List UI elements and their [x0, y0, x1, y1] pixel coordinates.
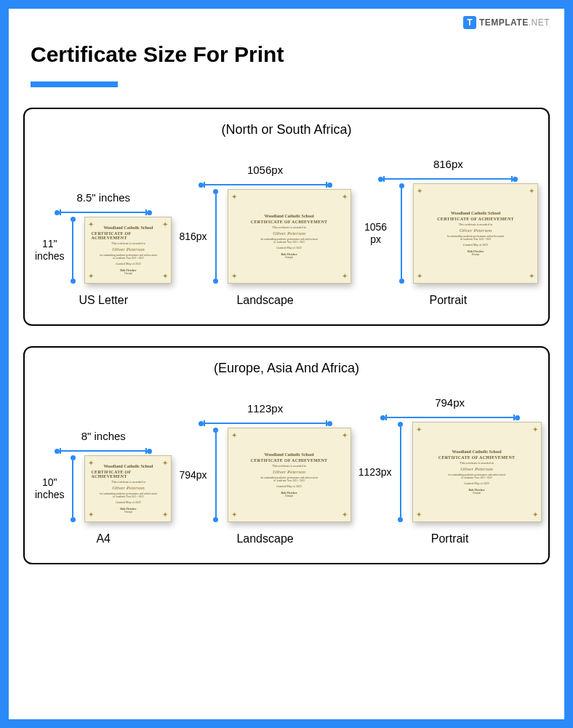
- cert-date: Granted May of 2022: [276, 484, 302, 488]
- cert-name: Oliver Peterson: [460, 228, 492, 233]
- cert-name: Oliver Peterson: [112, 247, 145, 252]
- ornament-icon: ✦: [417, 272, 422, 280]
- ornament-icon: ✦: [342, 272, 348, 280]
- ornament-icon: ✦: [231, 272, 237, 280]
- size-item: 794px 1123px ✦✦✦✦ Woodland Catholic Scho…: [358, 396, 542, 545]
- cert-heading: CERTIFICATE OF ACHIEVEMENT: [91, 470, 165, 479]
- region-panel: (Europe, Asia And Africa) 8" inches 10"i…: [23, 346, 550, 564]
- ornament-icon: ✦: [532, 511, 538, 519]
- size-caption: Portrait: [430, 294, 468, 307]
- size-caption: US Letter: [79, 294, 128, 307]
- dimension-bracket-vertical: [68, 217, 77, 284]
- certificate-preview: ✦✦✦✦ Woodland Catholic School CERTIFICAT…: [84, 217, 172, 284]
- cert-sub: This certificate is awarded to: [272, 464, 305, 468]
- ornament-icon: ✦: [532, 425, 538, 433]
- cert-sigrole: Principal: [124, 272, 132, 275]
- cert-sigrole: Principal: [472, 253, 480, 256]
- ornament-icon: ✦: [416, 511, 422, 519]
- ornament-icon: ✦: [162, 511, 168, 519]
- dimension-bracket-vertical: [212, 189, 220, 284]
- ornament-icon: ✦: [231, 431, 237, 439]
- cert-name: Oliver Peterson: [112, 485, 145, 491]
- title-underline: [31, 81, 118, 87]
- size-item: 1056px 816px ✦✦✦✦ Woodland Catholic Scho…: [179, 164, 350, 307]
- size-item: 8.5" inches 11"inches ✦✦✦✦ Woodland Cath…: [35, 191, 172, 307]
- cert-school: Woodland Catholic School: [103, 225, 153, 230]
- dimension-width-label: 8" inches: [81, 430, 126, 442]
- size-item: 8" inches 10"inches ✦✦✦✦ Woodland Cathol…: [35, 430, 172, 545]
- dimension-width-label: 794px: [435, 396, 465, 409]
- dimension-width-label: 816px: [433, 158, 463, 170]
- certificate-preview: ✦✦✦✦ Woodland Catholic School CERTIFICAT…: [228, 428, 351, 522]
- cert-school: Woodland Catholic School: [451, 211, 500, 215]
- size-caption: A4: [96, 532, 111, 545]
- dimension-bracket-vertical: [396, 422, 405, 522]
- cert-name: Oliver Peterson: [273, 469, 305, 475]
- ornament-icon: ✦: [529, 187, 534, 195]
- dimension-height-label: 1123px: [358, 466, 392, 479]
- ornament-icon: ✦: [231, 193, 237, 201]
- certificate-preview: ✦✦✦✦ Woodland Catholic School CERTIFICAT…: [228, 189, 351, 284]
- size-caption: Landscape: [236, 294, 293, 307]
- cert-body: for outstanding academic performance and…: [260, 238, 317, 244]
- dimension-bracket-horizontal: [380, 413, 520, 422]
- ornament-icon: ✦: [416, 425, 422, 433]
- dimension-height-label: 10"inches: [35, 476, 64, 501]
- brand-logo: T TEMPLATE.NET: [463, 16, 550, 29]
- cert-sub: This certificate is awarded to: [272, 225, 305, 229]
- brand-name: TEMPLATE: [479, 17, 529, 28]
- ornament-icon: ✦: [342, 431, 348, 439]
- ornament-icon: ✦: [88, 272, 94, 280]
- dimension-height-label: 816px: [179, 231, 207, 243]
- size-row: 8" inches 10"inches ✦✦✦✦ Woodland Cathol…: [35, 396, 538, 545]
- ornament-icon: ✦: [162, 272, 168, 280]
- dimension-width-label: 1123px: [247, 402, 283, 415]
- cert-school: Woodland Catholic School: [265, 214, 314, 218]
- ornament-icon: ✦: [88, 459, 94, 467]
- dimension-bracket-horizontal: [55, 447, 152, 455]
- ornament-icon: ✦: [162, 220, 168, 228]
- ornament-icon: ✦: [529, 272, 534, 280]
- cert-heading: CERTIFICATE OF ACHIEVEMENT: [91, 231, 165, 240]
- ornament-icon: ✦: [88, 511, 94, 519]
- region-title: (North or South Africa): [35, 122, 538, 137]
- size-caption: Portrait: [431, 532, 469, 545]
- cert-body: for outstanding academic performance and…: [260, 476, 317, 482]
- cert-sigrole: Principal: [124, 511, 132, 513]
- page-frame: T TEMPLATE.NET Certificate Size For Prin…: [0, 0, 573, 728]
- cert-body: for outstanding academic performance and…: [448, 473, 505, 479]
- cert-school: Woodland Catholic School: [103, 464, 153, 468]
- ornament-icon: ✦: [162, 459, 168, 467]
- cert-sub: This certificate is awarded to: [111, 480, 145, 484]
- cert-date: Granted May of 2022: [463, 243, 489, 247]
- cert-sub: This certificate is awarded to: [460, 461, 493, 465]
- dimension-bracket-horizontal: [55, 208, 152, 217]
- dimension-width-label: 1056px: [247, 164, 283, 176]
- dimension-bracket-vertical: [398, 183, 406, 284]
- size-caption: Landscape: [236, 532, 293, 545]
- cert-body: for outstanding academic performance and…: [100, 254, 156, 260]
- ornament-icon: ✦: [342, 193, 348, 201]
- size-item: 816px 1056 px ✦✦✦✦ Woodland Catholic Sch…: [358, 158, 538, 307]
- cert-heading: CERTIFICATE OF ACHIEVEMENT: [437, 217, 514, 221]
- brand-icon: T: [463, 16, 476, 29]
- cert-sigrole: Principal: [285, 495, 293, 497]
- certificate-preview: ✦✦✦✦ Woodland Catholic School CERTIFICAT…: [413, 183, 538, 284]
- cert-date: Granted May of 2022: [276, 246, 302, 249]
- cert-name: Oliver Peterson: [460, 466, 493, 472]
- ornament-icon: ✦: [88, 220, 94, 228]
- cert-sub: This certificate is awarded to: [111, 241, 145, 245]
- cert-sub: This certificate is awarded to: [459, 223, 492, 226]
- dimension-bracket-vertical: [68, 455, 77, 522]
- cert-body: for outstanding academic performance and…: [100, 492, 156, 498]
- ornament-icon: ✦: [417, 187, 422, 195]
- region-panel: (North or South Africa) 8.5" inches 11"i…: [23, 108, 550, 326]
- cert-body: for outstanding academic performance and…: [447, 235, 504, 241]
- dimension-height-label: 794px: [179, 469, 207, 481]
- cert-school: Woodland Catholic School: [265, 452, 314, 457]
- cert-sigrole: Principal: [473, 492, 481, 495]
- dimension-bracket-horizontal: [378, 175, 518, 183]
- cert-name: Oliver Peterson: [273, 231, 305, 236]
- certificate-preview: ✦✦✦✦ Woodland Catholic School CERTIFICAT…: [412, 422, 542, 522]
- cert-sigrole: Principal: [285, 256, 293, 259]
